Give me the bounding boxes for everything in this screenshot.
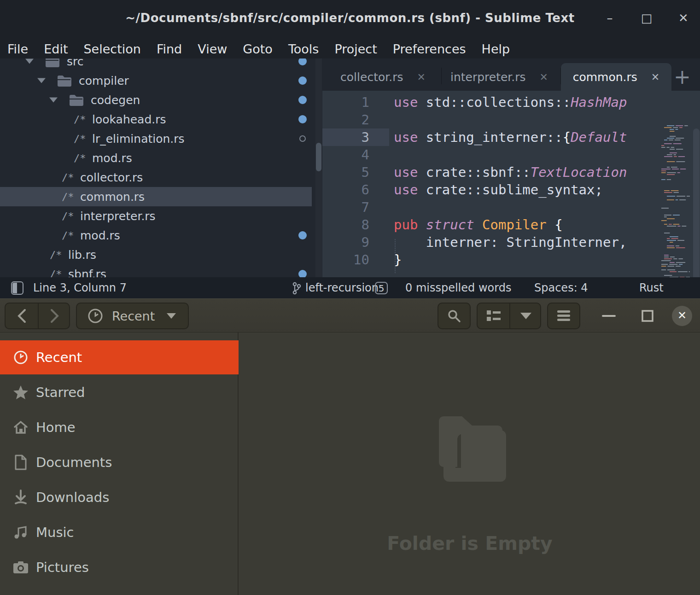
forward-button[interactable] xyxy=(39,303,71,328)
menu-file[interactable]: File xyxy=(7,42,28,56)
code-editor[interactable]: 1use std::collections::HashMap23use stri… xyxy=(322,91,700,277)
minimize-button[interactable]: – xyxy=(601,11,619,25)
rust-file-icon: /* xyxy=(50,268,62,278)
files-maximize-button[interactable] xyxy=(637,299,658,333)
menu-project[interactable]: Project xyxy=(334,42,377,56)
line-number: 4 xyxy=(322,146,369,163)
tree-file-collector-rs[interactable]: /*collector.rs xyxy=(0,168,322,187)
tree-folder-codegen[interactable]: codegen xyxy=(0,90,322,110)
file-tree-scrollbar[interactable] xyxy=(315,58,322,277)
tree-file-lr_elimination-rs[interactable]: /*lr_elimination.rs xyxy=(0,129,322,148)
sidebar-item-music[interactable]: Music xyxy=(0,515,239,549)
sidebar-toggle-icon[interactable] xyxy=(11,281,23,295)
menu-view[interactable]: View xyxy=(198,42,227,56)
tree-folder-src[interactable]: src xyxy=(0,58,322,71)
folder-icon xyxy=(45,58,59,67)
tree-item-label: lib.rs xyxy=(68,248,96,262)
git-branch-icon xyxy=(292,282,301,295)
code-line-3[interactable]: 3use string_interner::{Default xyxy=(322,128,700,146)
hamburger-menu-button[interactable] xyxy=(547,303,580,329)
sublime-titlebar: ~/Documents/sbnf/src/compiler/common.rs … xyxy=(0,0,700,39)
menu-bar: FileEditSelectionFindViewGotoToolsProjec… xyxy=(0,39,700,58)
code-line-1[interactable]: 1use std::collections::HashMap xyxy=(322,93,700,111)
sidebar-item-downloads[interactable]: Downloads xyxy=(0,480,239,514)
code-line-4[interactable]: 4 xyxy=(322,146,700,163)
menu-goto[interactable]: Goto xyxy=(243,42,273,56)
code-line-6[interactable]: 6use crate::sublime_syntax; xyxy=(322,181,700,198)
tab-close-icon[interactable]: ✕ xyxy=(417,71,425,83)
code-line-9[interactable]: 9 interner: StringInterner, xyxy=(322,233,700,251)
new-tab-button[interactable]: + xyxy=(674,65,691,88)
location-button[interactable]: Recent xyxy=(76,303,189,329)
back-button[interactable] xyxy=(6,303,38,328)
tree-file-common-rs[interactable]: /*common.rs xyxy=(0,187,312,206)
sidebar-item-recent[interactable]: Recent xyxy=(0,340,239,374)
code-line-10[interactable]: 10} xyxy=(322,251,700,268)
menu-tools[interactable]: Tools xyxy=(288,42,319,56)
search-button[interactable] xyxy=(438,303,471,329)
expand-arrow-icon[interactable] xyxy=(37,78,46,83)
tab-common-rs[interactable]: common.rs✕ xyxy=(561,63,671,91)
files-toolbar: Recent xyxy=(0,298,700,332)
list-view-button[interactable] xyxy=(478,303,509,328)
vertical-scrollbar-thumb[interactable] xyxy=(693,128,700,277)
document-icon xyxy=(13,455,29,470)
menu-selection[interactable]: Selection xyxy=(83,42,140,56)
close-button[interactable]: ✕ xyxy=(674,11,693,25)
maximize-button[interactable]: □ xyxy=(637,11,656,25)
sidebar-item-label: Pictures xyxy=(36,560,89,575)
unsaved-circle-badge xyxy=(299,135,306,142)
menu-preferences[interactable]: Preferences xyxy=(393,42,466,56)
code-line-5[interactable]: 5use crate::sbnf::TextLocation xyxy=(322,163,700,181)
view-options-button[interactable] xyxy=(510,303,542,328)
tab-close-icon[interactable]: ✕ xyxy=(540,71,548,83)
sidebar-item-label: Recent xyxy=(36,350,82,365)
indentation-status[interactable]: Spaces: 4 xyxy=(534,281,588,294)
spellcheck-status[interactable]: 0 misspelled words xyxy=(405,281,511,294)
menu-help[interactable]: Help xyxy=(482,42,510,56)
syntax-status[interactable]: Rust xyxy=(639,281,664,294)
code-line-7[interactable]: 7 xyxy=(322,198,700,216)
menu-find[interactable]: Find xyxy=(157,42,182,56)
rust-file-icon: /* xyxy=(74,133,86,145)
tree-file-lib-rs[interactable]: /*lib.rs xyxy=(0,245,322,264)
tree-item-label: lr_elimination.rs xyxy=(92,132,185,146)
modified-dot-badge xyxy=(298,96,307,104)
tab-interpreter-rs[interactable]: interpreter.rs✕ xyxy=(440,63,558,91)
tree-item-label: interpreter.rs xyxy=(80,210,156,223)
code-line-2[interactable]: 2 xyxy=(322,111,700,128)
rust-file-icon: /* xyxy=(62,210,74,222)
git-branch-label[interactable]: left-recursion xyxy=(305,281,379,294)
file-tree-scrollbar-thumb[interactable] xyxy=(316,143,321,171)
files-minimize-button[interactable] xyxy=(599,299,619,333)
tab-collector-rs[interactable]: collector.rs✕ xyxy=(327,63,439,91)
clock-icon xyxy=(87,308,104,324)
minimap[interactable] xyxy=(660,124,692,277)
tab-close-icon[interactable]: ✕ xyxy=(651,71,659,83)
tree-folder-compiler[interactable]: compiler xyxy=(0,71,322,90)
code-text: pub struct Compiler { xyxy=(394,216,563,233)
folder-icon xyxy=(57,75,71,86)
sidebar-item-documents[interactable]: Documents xyxy=(0,445,239,479)
modified-dot-badge xyxy=(298,58,307,65)
tree-file-interpreter-rs[interactable]: /*interpreter.rs xyxy=(0,206,322,226)
sidebar-item-home[interactable]: Home xyxy=(0,410,239,444)
line-number: 1 xyxy=(322,93,369,111)
files-close-button[interactable]: ✕ xyxy=(672,306,692,326)
sidebar-item-pictures[interactable]: Pictures xyxy=(0,550,239,584)
code-line-8[interactable]: 8pub struct Compiler { xyxy=(322,216,700,233)
expand-arrow-icon[interactable] xyxy=(25,59,34,64)
line-number: 3 xyxy=(322,128,369,146)
tree-file-lookahead-rs[interactable]: /*lookahead.rs xyxy=(0,110,322,129)
sidebar-item-starred[interactable]: Starred xyxy=(0,375,239,409)
list-view-icon xyxy=(486,309,502,323)
code-text: interner: StringInterner, xyxy=(394,233,627,251)
tree-file-mod-rs[interactable]: /*mod.rs xyxy=(0,148,322,168)
tree-file-mod-rs[interactable]: /*mod.rs xyxy=(0,226,322,245)
search-icon xyxy=(447,309,461,323)
expand-arrow-icon[interactable] xyxy=(49,98,58,103)
tree-file-sbnf-rs[interactable]: /*sbnf.rs xyxy=(0,264,322,277)
tab-label: collector.rs xyxy=(340,70,403,84)
menu-edit[interactable]: Edit xyxy=(44,42,68,56)
files-sidebar: RecentStarredHomeDocumentsDownloadsMusic… xyxy=(0,332,239,595)
